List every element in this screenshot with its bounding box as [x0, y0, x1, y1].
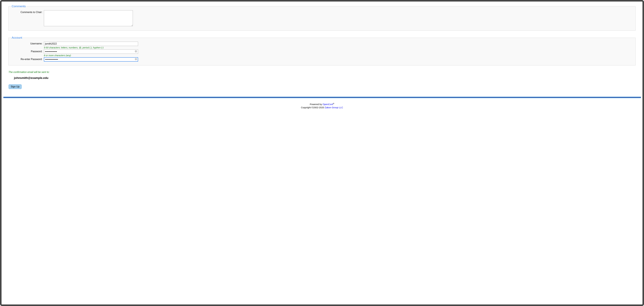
- password2-input[interactable]: [44, 57, 138, 62]
- password-input[interactable]: [44, 49, 138, 54]
- username-hint: 5-50 characters: letters, numbers, @, pe…: [44, 46, 138, 49]
- divider-bar: [3, 97, 641, 98]
- footer-copyright-pre: Copyright ©2002-2020: [301, 106, 325, 109]
- comments-legend: Comments: [11, 4, 26, 8]
- footer-powered-pre: Powered by: [310, 103, 322, 106]
- comments-fieldset: Comments Comments to Chair:: [8, 4, 636, 31]
- account-legend: Account: [11, 36, 23, 39]
- password-hint: 8 or more characters (any): [44, 54, 138, 57]
- confirmation-email: johnsmith@example.edu: [14, 76, 636, 80]
- username-input[interactable]: [44, 42, 138, 46]
- footer-openconf-link[interactable]: OpenConf: [322, 103, 333, 106]
- password2-label: Re-enter Password:: [12, 57, 44, 61]
- confirmation-text: The confirmation email will be sent to:: [8, 71, 636, 74]
- comments-textarea[interactable]: [44, 10, 133, 26]
- footer: Powered by OpenConf® Copyright ©2002-202…: [8, 103, 636, 109]
- footer-reg: ®: [333, 103, 334, 104]
- password-label: Password:: [12, 49, 44, 53]
- username-label: Username:: [12, 42, 44, 45]
- account-fieldset: Account Username: 5-50 characters: lette…: [8, 36, 636, 65]
- footer-zakon-link[interactable]: Zakon Group LLC: [325, 106, 343, 109]
- signup-button[interactable]: Sign Up: [8, 84, 22, 89]
- comments-label: Comments to Chair:: [12, 10, 44, 14]
